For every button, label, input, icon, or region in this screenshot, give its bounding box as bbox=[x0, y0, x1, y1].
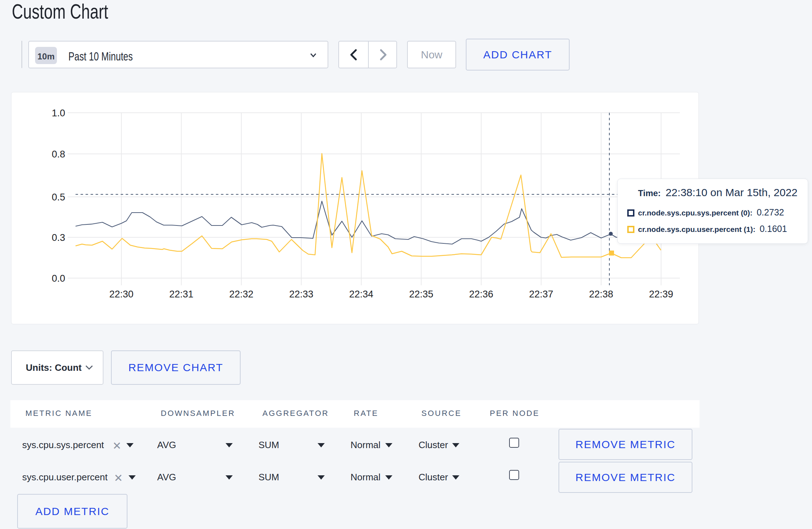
svg-text:22:37: 22:37 bbox=[529, 289, 554, 300]
svg-text:22:39: 22:39 bbox=[649, 289, 673, 300]
svg-text:0.8: 0.8 bbox=[52, 149, 65, 160]
svg-text:22:32: 22:32 bbox=[229, 289, 253, 300]
svg-text:22:35: 22:35 bbox=[409, 289, 434, 300]
svg-text:0.0: 0.0 bbox=[52, 273, 65, 284]
svg-text:0.3: 0.3 bbox=[52, 232, 65, 243]
svg-text:22:30: 22:30 bbox=[109, 289, 134, 300]
svg-text:22:36: 22:36 bbox=[469, 289, 493, 300]
svg-text:22:33: 22:33 bbox=[289, 289, 314, 300]
svg-text:22:31: 22:31 bbox=[169, 289, 194, 300]
svg-text:22:38: 22:38 bbox=[589, 289, 613, 300]
svg-text:0.5: 0.5 bbox=[52, 192, 65, 203]
svg-text:22:34: 22:34 bbox=[349, 289, 373, 300]
svg-text:1.0: 1.0 bbox=[52, 108, 65, 118]
